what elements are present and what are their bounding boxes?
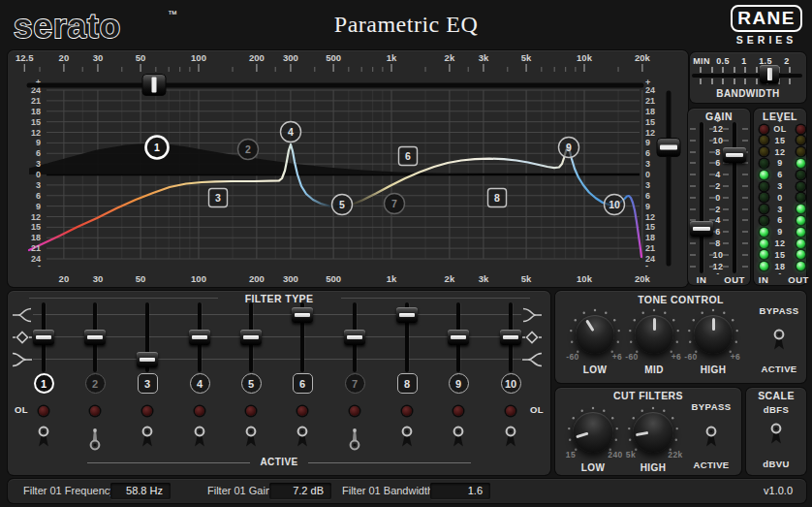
svg-text:9: 9 [645,138,650,147]
svg-text:9: 9 [566,142,572,153]
filter-active-toggle-2[interactable] [87,425,103,452]
cut-high-min-label: 5k [616,450,645,459]
tone-low-knob-face[interactable] [576,315,614,354]
band-marker-4[interactable]: 4 [281,122,301,143]
band-marker-9[interactable]: 9 [559,138,579,158]
tone-low-knob-indicator [585,320,594,332]
svg-text:100: 100 [191,52,206,63]
eq-graph[interactable]: 2424212118181515121299663300336699121215… [8,50,688,287]
svg-text:20k: 20k [635,273,651,284]
svg-text:5: 5 [339,199,345,210]
filter-active-toggle-10[interactable] [503,425,518,452]
status-frequency-value: 58.8 Hz [110,483,171,499]
gain-in-slider-handle[interactable] [690,221,713,237]
filter-active-toggle-7[interactable] [347,425,362,452]
filter-type-slider-handle-7[interactable] [344,330,365,345]
band-select-button-10[interactable]: 10 [501,373,521,394]
tone-high-min-label: -60 [676,352,705,362]
scale-toggle[interactable] [768,422,784,449]
frequency-slider-handle[interactable] [142,75,166,96]
bandwidth-slider-track[interactable] [692,74,802,78]
filter-type-slider-handle-5[interactable] [240,330,262,345]
bandwidth-slider-handle[interactable] [760,65,779,83]
gain-in-slider-track[interactable] [700,122,703,273]
cut-bypass-toggle[interactable] [703,425,719,452]
band-marker-1[interactable]: 1 [146,137,169,159]
band-marker-10[interactable]: 10 [605,195,625,215]
filter-type-slider-handle-8[interactable] [396,307,418,323]
band-marker-7[interactable]: 7 [385,194,405,214]
filter-type-slider-handle-6[interactable] [292,307,313,323]
level-scale-label: 3 [768,181,792,191]
cut-high-knob-indicator [636,431,649,436]
filter-active-toggle-8[interactable] [399,425,415,452]
filter-active-toggle-4[interactable] [192,425,207,452]
svg-text:500: 500 [326,273,341,284]
band-select-button-9[interactable]: 9 [449,373,469,394]
filter-type-slider-handle-9[interactable] [448,330,469,345]
gain-out-slider-track[interactable] [733,122,736,273]
svg-text:50: 50 [136,273,146,284]
band-marker-3[interactable]: 3 [209,189,228,207]
level-scale-label: 9 [768,158,792,168]
cut-bypass-label: BYPASS [687,401,735,412]
svg-text:3: 3 [645,159,650,169]
band-select-button-6[interactable]: 6 [293,373,313,394]
svg-text:30: 30 [93,52,104,63]
level-out-led-9 [796,159,805,168]
level-scale-label: 9 [768,227,792,237]
cut-low-knob-face[interactable] [573,412,613,453]
band-select-button-5[interactable]: 5 [241,373,262,394]
overload-led-1 [39,406,48,416]
band-select-button-2[interactable]: 2 [85,373,106,394]
filter-type-slider-handle-4[interactable] [189,330,210,345]
filter-type-slider-handle-10[interactable] [500,330,521,345]
filter-active-toggle-5[interactable] [243,425,259,452]
tone-bypass-toggle[interactable] [771,328,787,355]
svg-text:20k: 20k [635,52,651,63]
svg-text:5k: 5k [521,52,532,63]
low-shelf-icon [521,351,543,368]
level-in-led-12 [760,239,768,248]
level-scale-label: 3 [768,205,792,214]
scale-dbvu-label: dBVU [746,459,806,469]
band-marker-8[interactable]: 8 [488,189,507,207]
svg-text:0: 0 [645,170,650,179]
tone-mid-knob-face[interactable] [635,315,673,354]
band-select-button-7[interactable]: 7 [345,373,365,394]
filter-active-toggle-1[interactable] [36,425,51,452]
band-marker-5[interactable]: 5 [332,195,353,215]
eq-graph-panel: 2424212118181515121299663300336699121215… [8,50,688,287]
tone-high-knob-face[interactable] [694,315,733,354]
filter-type-slider-handle-2[interactable] [84,330,106,345]
filter-active-toggle-9[interactable] [451,425,466,452]
band-select-button-4[interactable]: 4 [190,373,210,394]
level-out-label: OUT [785,274,812,285]
svg-text:9: 9 [36,202,41,211]
svg-text:1: 1 [154,142,160,153]
svg-text:15: 15 [645,222,655,232]
band-select-button-3[interactable]: 3 [138,373,158,394]
tone-low-label: LOW [570,364,620,375]
low-shelf-icon [12,351,33,368]
filter-type-slider-handle-1[interactable] [33,330,54,345]
status-bar: Filter 01 Frequency 58.8 Hz Filter 01 Ga… [8,479,806,503]
svg-text:3: 3 [36,180,41,190]
svg-text:18: 18 [31,107,41,116]
gain-in-label: IN [690,274,713,285]
band-select-button-1[interactable]: 1 [34,373,54,394]
band-gain-slider-handle[interactable] [657,139,680,157]
band-marker-2[interactable]: 2 [238,140,259,160]
band-select-button-8[interactable]: 8 [397,373,418,394]
tone-mid-min-label: -60 [617,352,646,362]
svg-text:12: 12 [31,128,41,138]
cut-high-knob-face[interactable] [633,412,673,453]
gain-out-slider-handle[interactable] [723,147,746,163]
filter-active-toggle-3[interactable] [140,425,155,452]
level-scale-label: 0 [768,193,792,203]
band-marker-6[interactable]: 6 [399,147,418,166]
filter-type-slider-handle-3[interactable] [137,352,158,367]
svg-text:15: 15 [31,222,41,232]
filter-active-toggle-6[interactable] [295,425,310,452]
level-scale-label: OL [768,124,792,134]
